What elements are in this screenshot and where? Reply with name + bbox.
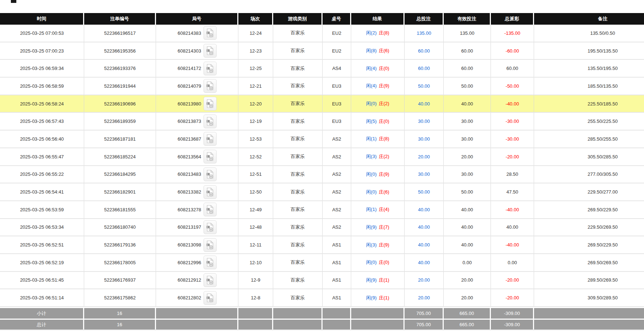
total-bet-link[interactable]: 50.00 (418, 83, 430, 89)
video-replay-button[interactable] (204, 115, 217, 128)
video-replay-button[interactable] (204, 220, 217, 234)
result-player: 闲(0) (366, 259, 377, 266)
total-bet-link[interactable]: 20.00 (418, 277, 430, 283)
round-number: 608213098 (177, 242, 201, 248)
balance-remark: 135.50/195.50 (534, 60, 644, 77)
total-tableno-cell (323, 320, 351, 329)
total-bet-link[interactable]: 60.00 (418, 48, 430, 54)
total-bet-link[interactable]: 20.00 (418, 295, 430, 300)
video-replay-button[interactable] (204, 273, 217, 287)
video-replay-button[interactable] (204, 97, 217, 111)
video-replay-button[interactable] (204, 185, 217, 199)
session-number: 12-49 (238, 201, 273, 218)
balance-remark: 185.50/135.50 (534, 78, 644, 95)
video-replay-button[interactable] (204, 203, 217, 216)
table-row[interactable]: 2025-03-25 06:53:34522366180740608213197… (0, 219, 644, 237)
video-replay-icon (206, 293, 214, 303)
table-row[interactable]: 2025-03-25 06:58:59522366191944608214079… (0, 78, 644, 95)
video-replay-icon (206, 117, 214, 126)
table-number: EU2 (323, 25, 351, 42)
round-number: 608214079 (177, 83, 201, 89)
video-replay-button[interactable] (204, 238, 217, 252)
table-row[interactable]: 2025-03-25 06:54:41522366182901608213382… (0, 183, 644, 201)
table-row[interactable]: 2025-03-25 06:51:14522366175862608212802… (0, 289, 644, 307)
total-payout: -40.00 (491, 95, 534, 112)
valid-bet: 30.00 (444, 166, 491, 183)
video-replay-button[interactable] (204, 62, 217, 75)
bet-order-number: 522366175862 (84, 289, 156, 306)
table-row[interactable]: 2025-03-25 06:57:43522366189359608213873… (0, 113, 644, 130)
table-row[interactable]: 2025-03-25 07:00:53522366196517608214383… (0, 25, 644, 42)
game-result-cell: 闲(0)庄(9) (351, 166, 405, 183)
total-bet-link[interactable]: 40.00 (418, 207, 430, 212)
total-bet-link[interactable]: 60.00 (418, 66, 430, 71)
bet-order-number: 522366193376 (84, 60, 156, 77)
round-number-cell: 608213564 (156, 148, 238, 165)
total-payout: -30.00 (491, 130, 534, 148)
bet-time: 2025-03-25 07:00:23 (0, 42, 84, 59)
total-payout: -50.00 (491, 78, 534, 95)
bet-order-number: 522366184295 (84, 166, 156, 183)
table-row[interactable]: 2025-03-25 06:52:51522366179136608213098… (0, 236, 644, 254)
table-row[interactable]: 2025-03-25 06:59:34522366193376608214172… (0, 60, 644, 78)
game-result-cell: 闲(5)庄(0) (351, 113, 405, 130)
bet-time: 2025-03-25 06:58:24 (0, 95, 84, 112)
bet-time: 2025-03-25 06:57:43 (0, 113, 84, 130)
table-number: EU2 (323, 42, 351, 59)
video-replay-button[interactable] (204, 79, 217, 93)
game-result-cell: 闲(2)庄(8) (351, 25, 405, 42)
round-number: 608214303 (177, 48, 201, 54)
result-player: 闲(9) (366, 295, 377, 301)
total-bet-link[interactable]: 50.00 (418, 189, 430, 195)
table-row[interactable]: 2025-03-25 07:00:23522366195356608214303… (0, 42, 644, 60)
table-row-selected[interactable]: 2025-03-25 06:58:24522366190696608213980… (0, 95, 644, 113)
column-header-game: 游戏类别 (273, 13, 323, 25)
total-bet-cell: 30.00 (405, 166, 444, 183)
session-number: 12-51 (238, 166, 273, 183)
video-replay-button[interactable] (204, 26, 217, 40)
column-header-validbet: 有效投注 (444, 13, 491, 25)
game-result-cell: 闲(4)庄(9) (351, 78, 405, 95)
table-row[interactable]: 2025-03-25 06:52:19522366178005608212996… (0, 254, 644, 272)
column-header-time: 时间 (0, 13, 84, 25)
session-number: 12-52 (238, 148, 273, 165)
total-bet-link[interactable]: 30.00 (418, 119, 430, 124)
total-bet-link[interactable]: 135.00 (417, 30, 431, 36)
video-replay-button[interactable] (204, 44, 217, 58)
round-number: 608214383 (177, 30, 201, 36)
subtotal-session-cell (238, 308, 273, 319)
session-number: 12-11 (238, 236, 273, 253)
valid-bet: 20.00 (444, 272, 491, 289)
game-category: 百家乐 (273, 272, 323, 289)
total-payout: 60.00 (491, 60, 534, 77)
video-replay-button[interactable] (204, 256, 217, 269)
total-bet-link[interactable]: 40.00 (418, 101, 430, 107)
bet-order-number: 522366187181 (84, 130, 156, 148)
video-replay-button[interactable] (204, 150, 217, 163)
total-bet-link[interactable]: 20.00 (418, 154, 430, 159)
video-replay-button[interactable] (204, 291, 217, 305)
table-row[interactable]: 2025-03-25 06:53:59522366181555608213278… (0, 201, 644, 219)
video-replay-button[interactable] (204, 167, 217, 181)
balance-remark: 277.00/305.50 (534, 166, 644, 183)
bet-order-number: 522366181555 (84, 201, 156, 218)
table-row[interactable]: 2025-03-25 06:51:45522366176937608212912… (0, 272, 644, 290)
total-bet-link[interactable]: 30.00 (418, 136, 430, 142)
total-bet-link[interactable]: 40.00 (418, 242, 430, 248)
table-row[interactable]: 2025-03-25 06:55:22522366184295608213483… (0, 166, 644, 184)
session-number: 12-50 (238, 183, 273, 200)
subtotal-remark-cell (534, 308, 644, 319)
bet-time: 2025-03-25 06:53:59 (0, 201, 84, 218)
video-replay-button[interactable] (204, 132, 217, 146)
round-number: 608213564 (177, 154, 201, 159)
total-bet-link[interactable]: 40.00 (418, 224, 430, 230)
table-row[interactable]: 2025-03-25 06:55:47522366185224608213564… (0, 148, 644, 166)
total-bet-link[interactable]: 30.00 (418, 171, 430, 177)
result-banker: 庄(6) (379, 189, 389, 195)
table-row[interactable]: 2025-03-25 06:56:40522366187181608213687… (0, 130, 644, 148)
balance-remark: 229.50/269.50 (534, 219, 644, 236)
table-number: AS2 (323, 130, 351, 148)
round-number: 608213197 (177, 224, 201, 230)
result-banker: 庄(0) (379, 65, 389, 72)
total-bet-link[interactable]: 40.00 (418, 260, 430, 265)
